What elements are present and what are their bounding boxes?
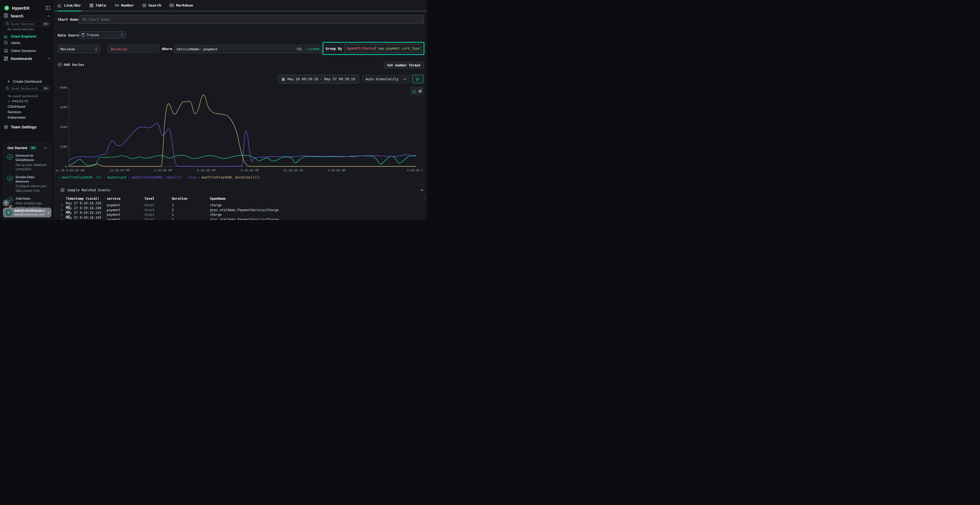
list-icon [60, 188, 65, 192]
checklist-item-title: Connect to ClickHouse [16, 154, 47, 162]
x-tick-label: 12:30:00 AM [283, 169, 303, 172]
get-started-header[interactable]: Get Started 3/3 [7, 146, 47, 150]
chevron-up-icon[interactable] [44, 147, 47, 149]
saved-searches-field[interactable] [11, 22, 41, 25]
table-cell: 1 [172, 218, 210, 220]
progress-badge: 3/3 [29, 146, 37, 150]
checklist-item[interactable]: Connect to ClickHouse Set up your databa… [7, 154, 47, 172]
table-cell: charge [210, 213, 423, 217]
tab-line-bar[interactable]: Line/Bar [57, 0, 82, 11]
legend-item[interactable]: — maxIf(toFloat640..))) · mastercard [58, 176, 128, 179]
preset-clickhouse[interactable]: ClickHouse [8, 105, 25, 108]
column-resize-handle[interactable]: ⋮ [103, 197, 106, 200]
add-series-button[interactable]: Add Series [58, 63, 84, 67]
chevron-up-icon[interactable] [48, 58, 50, 60]
chart-canvas: 0150M300M450M600MMay 26 9:00:00 AM12:30:… [56, 86, 423, 176]
field-value: Duration [111, 47, 127, 51]
events-panel-header: Sample Matched Events [60, 188, 423, 192]
presets-header[interactable]: PRESETS [8, 100, 29, 103]
saved-dashboards-field[interactable] [11, 87, 41, 90]
checklist-item-title: Create Data Sources [16, 175, 47, 184]
sidebar-item-label: Dashboards [11, 57, 45, 61]
granularity-select[interactable]: Auto Granularity [362, 75, 410, 83]
chart-name-input[interactable] [79, 15, 423, 24]
help-button[interactable]: ? [3, 200, 9, 206]
sidebar-section-dashboards[interactable]: Dashboards [0, 56, 54, 62]
y-tick-label: 600M [60, 86, 67, 89]
expand-row-chevron-icon[interactable] [60, 213, 66, 216]
sidebar-item-chart-explorer[interactable]: Chart Explorer [0, 33, 54, 39]
bell-icon [4, 41, 8, 45]
sidebar-item-alerts[interactable]: Alerts [0, 40, 54, 46]
tab-label: Table [95, 3, 106, 7]
field-input[interactable]: Duration [108, 45, 159, 53]
checklist-item[interactable]: Create Data Sources Configure where your… [7, 175, 47, 193]
group-by-input[interactable]: SpanAttributes['app.payment.card_type'] [344, 44, 422, 52]
expand-row-chevron-icon[interactable] [60, 204, 66, 206]
sidebar-item-client-sessions[interactable]: Client Sessions [0, 48, 54, 54]
legend-item[interactable]: — maxIf(toFloat640..tion))))) · visa [128, 176, 197, 179]
query-language-toggle[interactable]: SQL | Lucene [297, 47, 319, 51]
tab-search[interactable]: Search [142, 0, 162, 11]
data-source-select[interactable]: Traces [79, 31, 126, 39]
sql-option[interactable]: SQL [297, 47, 302, 51]
preset-services[interactable]: Services [8, 110, 21, 114]
date-range-picker[interactable]: May 26 09:29:19 - May 27 09:29:19 [278, 75, 359, 83]
preset-kubernetes[interactable]: Kubernetes [8, 115, 26, 119]
collapse-sidebar-icon[interactable] [45, 6, 50, 10]
laptop-icon [4, 49, 8, 52]
bracket: [ [374, 46, 376, 50]
table-icon [89, 3, 93, 7]
user-email: dale@clickhouse.com [14, 209, 45, 213]
run-query-button[interactable] [412, 75, 423, 83]
expand-row-chevron-icon[interactable] [60, 209, 66, 211]
kbd-shortcut: ⌘K [43, 22, 49, 25]
legend-item[interactable]: — maxIf(toFloat640..Duration))))) · [197, 176, 264, 179]
dashboards-grid-icon [4, 56, 8, 61]
y-tick-label: 150M [60, 145, 67, 149]
lucene-option[interactable]: Lucene [308, 47, 319, 51]
column-header[interactable]: ⋮duration [172, 197, 210, 200]
sidebar-section-search[interactable]: Search [0, 13, 54, 19]
check-circle-icon [7, 176, 13, 181]
checklist-item-desc: Set up your database connection [16, 163, 47, 172]
column-header[interactable]: ⋮service [107, 197, 145, 200]
table-cell: Unset [145, 213, 172, 217]
legend-dash-icon: — [58, 176, 62, 179]
collapse-panel-chevron-icon[interactable] [420, 189, 423, 191]
legend-group-value: visa [188, 176, 196, 179]
expand-row-chevron-icon[interactable] [60, 218, 66, 220]
column-header[interactable]: ⋮level [145, 197, 172, 200]
column-header[interactable]: Timestamp (Local) [66, 197, 107, 200]
series-line-visa [69, 123, 416, 167]
x-tick-label: 12:30:00 PM [110, 169, 130, 172]
column-resize-handle[interactable]: ⋮ [207, 197, 209, 200]
column-header[interactable]: ⋮SpanName [210, 197, 423, 200]
saved-searches-input[interactable]: ⌘K [3, 21, 51, 26]
create-dashboard-button[interactable]: Create Dashboard [0, 78, 54, 84]
calendar-icon [282, 77, 285, 81]
user-card[interactable]: D dale@clickhouse.com dale@clickhouse.co… [3, 208, 51, 218]
column-resize-handle[interactable]: ⋮ [141, 197, 144, 200]
add-series-label: Add Series [64, 63, 84, 67]
x-tick-label: May 26 9:00:00 AM [56, 169, 84, 172]
legend-separator: · [102, 176, 107, 179]
chevron-up-icon[interactable] [48, 15, 50, 17]
where-input[interactable]: ServiceName: payment SQL | Lucene [174, 45, 322, 53]
select-chevrons-icon [95, 48, 97, 51]
tab-markdown[interactable]: Markdown [169, 0, 194, 11]
saved-dashboards-input[interactable]: ⌘K [3, 86, 51, 91]
table-cell: charge [210, 203, 423, 207]
sidebar-item-team-settings[interactable]: Team Settings [0, 124, 54, 130]
set-number-format-button[interactable]: Set number format [384, 62, 423, 68]
column-menu-dots-icon[interactable]: ⋮ [423, 196, 427, 200]
timeseries-chart: 0150M300M450M600MMay 26 9:00:00 AM12:30:… [56, 86, 423, 176]
table-row[interactable]: May 27 9:29:18.250 AMpaymentUnset1charge [60, 201, 423, 206]
aggregation-select[interactable]: Maximum [58, 45, 100, 53]
table-cell: grpc.oteldemo.PaymentService/Charge [210, 218, 423, 220]
play-icon [417, 78, 419, 81]
tab-number[interactable]: 123 Number [114, 0, 134, 11]
tab-table[interactable]: Table [89, 0, 107, 11]
date-range-value: May 26 09:29:19 - May 27 09:29:19 [288, 77, 355, 81]
column-resize-handle[interactable]: ⋮ [169, 197, 171, 200]
